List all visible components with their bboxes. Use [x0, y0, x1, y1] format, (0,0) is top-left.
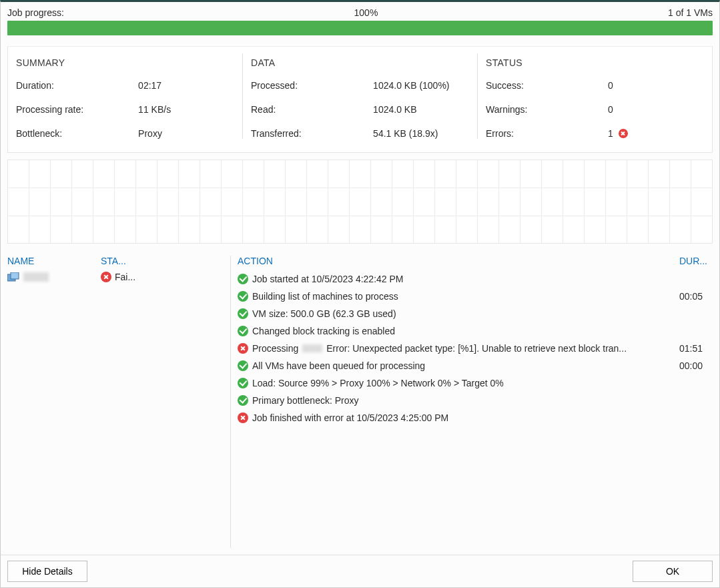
summary-title: SUMMARY — [16, 53, 234, 68]
success-icon — [238, 308, 248, 319]
error-icon — [238, 412, 248, 423]
stats-value: 0 — [608, 104, 704, 115]
error-icon — [619, 129, 628, 138]
throughput-chart — [7, 160, 713, 244]
summary-column: SUMMARY Duration:02:17Processing rate:11… — [8, 53, 242, 139]
action-duration: 00:05 — [679, 289, 713, 304]
action-text: Building list of machines to process — [238, 289, 679, 304]
status-title: STATUS — [486, 53, 704, 68]
redacted-text — [302, 344, 322, 352]
success-icon — [238, 395, 248, 406]
stats-value: 1024.0 KB (100%) — [373, 80, 469, 91]
stats-value: Proxy — [138, 128, 234, 139]
error-icon — [238, 343, 248, 354]
action-row[interactable]: Job started at 10/5/2023 4:22:42 PM — [238, 270, 713, 288]
action-text: Changed block tracking is enabled — [238, 324, 679, 338]
stats-label: Warnings: — [486, 104, 608, 115]
progress-section: Job progress: 100% 1 of 1 VMs — [1, 2, 719, 39]
action-row[interactable]: VM size: 500.0 GB (62.3 GB used) — [238, 305, 713, 322]
vm-icon — [7, 272, 19, 282]
stats-label: Transferred: — [251, 128, 373, 139]
chart-section — [1, 160, 719, 250]
progress-header: Job progress: 100% 1 of 1 VMs — [7, 7, 713, 18]
action-text: Processing Error: Unexpected packet type… — [238, 341, 679, 356]
stats-panel: SUMMARY Duration:02:17Processing rate:11… — [7, 46, 713, 153]
stats-label: Success: — [486, 80, 608, 91]
chart-gridlines — [8, 160, 712, 243]
stats-label: Duration: — [16, 80, 138, 91]
stats-value: 54.1 KB (18.9x) — [373, 128, 469, 139]
stats-row: Processing rate:11 KB/s — [16, 104, 234, 115]
action-text: Load: Source 99% > Proxy 100% > Network … — [238, 376, 679, 390]
ok-button[interactable]: OK — [633, 561, 713, 582]
progress-vm-count: 1 of 1 VMs — [668, 7, 713, 18]
vm-status-cell: Fai... — [101, 272, 225, 282]
stats-label: Processing rate: — [16, 104, 138, 115]
stats-label: Bottleneck: — [16, 128, 138, 139]
stats-value: 1 — [608, 128, 704, 139]
stats-label: Processed: — [251, 80, 373, 91]
action-row[interactable]: All VMs have been queued for processing0… — [238, 357, 713, 374]
progress-label: Job progress: — [7, 7, 64, 18]
stats-row: Transferred:54.1 KB (18.9x) — [251, 128, 469, 139]
stats-row: Bottleneck:Proxy — [16, 128, 234, 139]
action-text: Primary bottleneck: Proxy — [238, 393, 679, 408]
stats-row: Processed:1024.0 KB (100%) — [251, 80, 469, 91]
stats-value: 11 KB/s — [138, 104, 234, 115]
action-log: ACTION DUR... Job started at 10/5/2023 4… — [231, 256, 713, 548]
data-column: DATA Processed:1024.0 KB (100%)Read:1024… — [242, 53, 478, 139]
action-column-headers: ACTION DUR... — [238, 256, 713, 270]
header-name[interactable]: NAME — [7, 256, 101, 266]
details-section: NAME STA... Fai... ACTION DUR... Job sta… — [1, 250, 719, 555]
action-row[interactable]: Load: Source 99% > Proxy 100% > Network … — [238, 374, 713, 392]
success-icon — [238, 291, 248, 302]
action-duration: 01:51 — [679, 341, 713, 356]
job-status-window: Job progress: 100% 1 of 1 VMs SUMMARY Du… — [0, 0, 720, 588]
footer: Hide Details OK — [1, 555, 719, 587]
stats-label: Read: — [251, 104, 373, 115]
header-action[interactable]: ACTION — [238, 256, 679, 266]
svg-rect-1 — [11, 272, 19, 279]
hide-details-button[interactable]: Hide Details — [7, 561, 87, 582]
header-status[interactable]: STA... — [101, 256, 225, 266]
vm-list: NAME STA... Fai... — [7, 256, 231, 548]
action-text: VM size: 500.0 GB (62.3 GB used) — [238, 306, 679, 321]
action-row[interactable]: Building list of machines to process00:0… — [238, 288, 713, 305]
action-text: All VMs have been queued for processing — [238, 358, 679, 373]
stats-section: SUMMARY Duration:02:17Processing rate:11… — [1, 39, 719, 160]
progress-percent: 100% — [64, 7, 668, 18]
success-icon — [238, 274, 248, 284]
action-rows[interactable]: Job started at 10/5/2023 4:22:42 PMBuild… — [238, 270, 713, 548]
action-duration: 00:00 — [679, 358, 713, 373]
success-icon — [238, 378, 248, 388]
stats-row: Success:0 — [486, 80, 704, 91]
stats-value: 1024.0 KB — [373, 104, 469, 115]
vm-column-headers: NAME STA... — [7, 256, 225, 270]
action-row[interactable]: Job finished with error at 10/5/2023 4:2… — [238, 409, 713, 426]
status-column: STATUS Success:0Warnings:0Errors:1 — [478, 53, 712, 139]
action-row[interactable]: Primary bottleneck: Proxy — [238, 392, 713, 409]
action-text: Job finished with error at 10/5/2023 4:2… — [238, 410, 679, 425]
data-title: DATA — [251, 53, 469, 68]
stats-row: Warnings:0 — [486, 104, 704, 115]
success-icon — [238, 360, 248, 371]
vm-name-cell — [7, 272, 101, 282]
stats-row: Errors:1 — [486, 128, 704, 139]
error-icon — [101, 272, 111, 282]
stats-value: 0 — [608, 80, 704, 91]
action-row[interactable]: Changed block tracking is enabled — [238, 322, 713, 340]
stats-label: Errors: — [486, 128, 608, 139]
stats-row: Duration:02:17 — [16, 80, 234, 91]
action-text: Job started at 10/5/2023 4:22:42 PM — [238, 272, 679, 286]
header-duration[interactable]: DUR... — [679, 256, 713, 266]
vm-row[interactable]: Fai... — [7, 270, 225, 284]
stats-row: Read:1024.0 KB — [251, 104, 469, 115]
stats-value: 02:17 — [138, 80, 234, 91]
success-icon — [238, 326, 248, 336]
vm-name-redacted — [23, 272, 49, 282]
progress-bar — [7, 21, 713, 35]
action-row[interactable]: Processing Error: Unexpected packet type… — [238, 340, 713, 357]
